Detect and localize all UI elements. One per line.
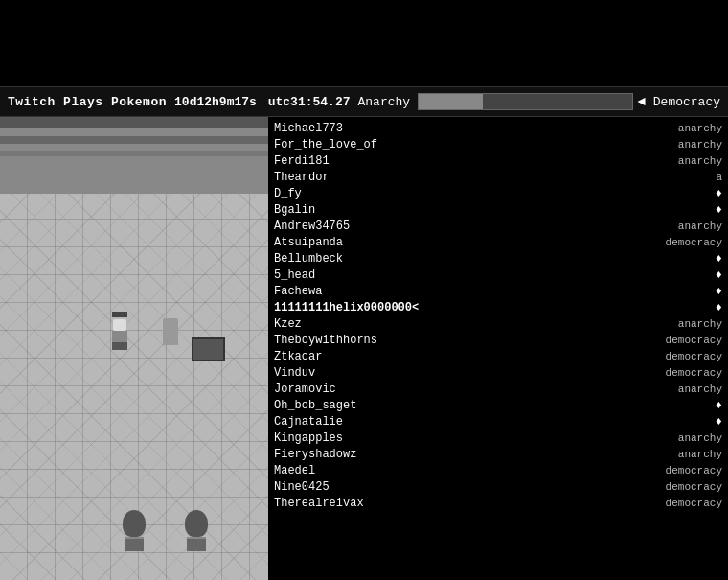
chat-username: Therealreivax [274,496,446,511]
chat-username: Atsuipanda [274,235,446,250]
chat-username: Nine0425 [274,479,446,495]
char-body [112,331,127,342]
plant-leaves-1 [123,510,146,537]
chat-row: Michael773anarchy [274,121,722,136]
chat-username: Kzez [274,316,446,332]
plant-2 [187,510,208,551]
chat-row: Vinduvdemocracy [274,365,722,381]
chat-username: Fieryshadowz [274,447,446,462]
plant-pot-2 [187,537,206,551]
chat-vote-label: democracy [666,349,722,364]
chat-username: Michael773 [274,121,446,136]
chat-vote-label: anarchy [678,430,722,446]
roof-stripe-3 [0,151,268,156]
app: Twitch Plays Pokemon 10d12h9m17s utc31:5… [0,0,728,580]
app-title: Twitch Plays Pokemon [8,95,167,109]
chat-arrow-icon: ♦ [716,251,722,267]
char-legs [112,342,127,350]
chat-username: Theboywithhorns [274,333,446,348]
chat-vote-label: anarchy [678,153,722,169]
chat-vote-label: anarchy [678,121,722,136]
chat-arrow-icon: ♦ [716,300,722,315]
chat-row: Atsuipandademocracy [274,235,722,250]
char-hat [112,312,127,317]
chat-username: Cajnatalie [274,414,446,429]
chat-username: Kingapples [274,430,446,446]
chat-username: Bellumbeck [274,251,446,267]
timer-display: 10d12h9m17s utc31:54.27 [174,95,350,109]
vote-bar-fill [419,94,483,109]
chat-row: Therealreivaxdemocracy [274,496,722,511]
chat-arrow-icon: ♦ [716,186,722,201]
chat-username: D_fy [274,186,446,201]
chat-row: D_fy♦ [274,186,722,201]
npc-character [163,318,178,345]
chat-row: Oh_bob_saget♦ [274,398,722,413]
chat-username: For_the_love_of [274,137,446,152]
chat-username: Maedel [274,463,446,478]
chat-username: Fachewa [274,284,446,299]
vote-bar-arrow-icon: ◄ [637,94,645,109]
chat-arrow-icon: ♦ [716,398,722,413]
chat-row: Ztkacardemocracy [274,349,722,364]
chat-vote-label: anarchy [678,382,722,397]
chat-vote-label: democracy [666,496,722,511]
game-screen [0,117,268,580]
roof-stripe-1 [0,117,268,128]
chat-username: Bgalin [274,202,446,218]
chat-row: 11111111helix0000000<♦ [274,300,722,315]
vote-bar-container: ◄ [418,93,646,110]
chat-arrow-icon: ♦ [716,202,722,218]
anarchy-label: Anarchy [358,95,411,109]
main-content: Michael773anarchyFor_the_love_ofanarchyF… [0,117,728,580]
chat-vote-label: anarchy [678,447,722,462]
chat-row: Ferdi181anarchy [274,153,722,169]
top-bar [0,0,728,86]
chat-vote-label: democracy [666,333,722,348]
chat-vote-label: anarchy [678,316,722,332]
chat-username: Ferdi181 [274,153,446,169]
chat-row: Kingapplesanarchy [274,430,722,446]
chat-username: Joramovic [274,382,446,397]
chat-vote-label: democracy [666,235,722,250]
chat-row: Theboywithhornsdemocracy [274,333,722,348]
chat-username: Oh_bob_saget [274,398,446,413]
char-head [113,319,126,331]
chat-panel[interactable]: Michael773anarchyFor_the_love_ofanarchyF… [268,117,728,580]
chat-vote-label: democracy [666,479,722,495]
chat-arrow-icon: ♦ [716,284,722,299]
chat-row: Joramovicanarchy [274,382,722,397]
chat-username: Andrew34765 [274,219,446,234]
chat-username: Theardor [274,170,446,185]
chat-username: 11111111helix0000000< [274,300,446,315]
democracy-label: Democracy [653,95,720,109]
chat-row: Fieryshadowzanarchy [274,447,722,462]
vote-bar[interactable] [418,93,633,110]
chat-vote-label: anarchy [678,219,722,234]
roof-stripe-2 [0,136,268,144]
chat-username: Ztkacar [274,349,446,364]
chat-vote-label: a [716,170,722,185]
plant-leaves-2 [185,510,208,537]
chat-row: Andrew34765anarchy [274,219,722,234]
header-bar: Twitch Plays Pokemon 10d12h9m17s utc31:5… [0,86,728,117]
chat-row: Maedeldemocracy [274,463,722,478]
plant-pot-1 [125,537,144,551]
game-canvas [0,117,268,580]
chat-row: Bgalin♦ [274,202,722,218]
desk-object [192,337,225,361]
chat-vote-label: democracy [666,463,722,478]
plant-1 [125,510,146,551]
roof [0,117,268,198]
chat-vote-label: anarchy [678,137,722,152]
player-character [110,313,129,342]
chat-username: Vinduv [274,365,446,381]
chat-row: Kzezanarchy [274,316,722,332]
chat-row: For_the_love_ofanarchy [274,137,722,152]
chat-row: Cajnatalie♦ [274,414,722,429]
chat-arrow-icon: ♦ [716,267,722,283]
chat-row: 5_head♦ [274,267,722,283]
chat-vote-label: democracy [666,365,722,381]
chat-arrow-icon: ♦ [716,414,722,429]
chat-row: Fachewa♦ [274,284,722,299]
